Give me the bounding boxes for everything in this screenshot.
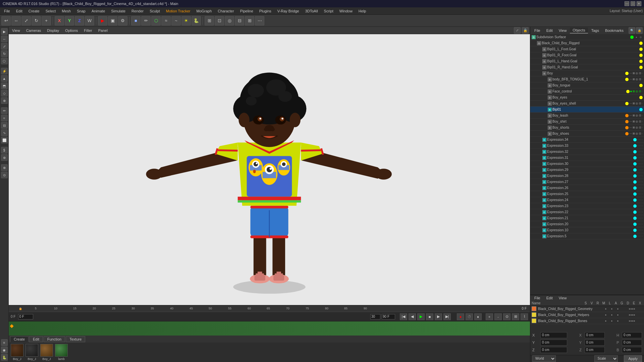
obj-boy-shorts[interactable]: B Boy_shorts ⋯ ⊞ ◎ ⊡ ·: [530, 125, 644, 131]
obj-expr28[interactable]: E Expression.28 · · · ·: [530, 173, 644, 179]
menu-sculpt[interactable]: Sculpt: [147, 8, 163, 14]
current-frame-input[interactable]: [18, 314, 33, 319]
obj-expr5[interactable]: E Expression.5 · · · ·: [530, 233, 644, 239]
record-btn[interactable]: ●: [457, 313, 464, 320]
mat-tab-texture[interactable]: Texture: [66, 336, 85, 342]
mat-tab-edit[interactable]: Edit: [29, 336, 43, 342]
menu-motion-tracker[interactable]: Motion Tracker: [163, 8, 193, 14]
obj-subdivision-surface[interactable]: S Subdivision Surface ● ◎: [530, 34, 644, 40]
menu-window[interactable]: Window: [337, 8, 355, 14]
weight-tool[interactable]: $: [1, 147, 8, 154]
next-frame-btn[interactable]: ▶: [435, 313, 442, 320]
key-mode-btn[interactable]: ⊞: [512, 313, 519, 320]
rot-z-val[interactable]: [585, 347, 605, 353]
menu-script[interactable]: Script: [321, 8, 336, 14]
obj-boy-leash[interactable]: B Boy_leash ⋯ ⊞ ◎ ⊡ ·: [530, 113, 644, 119]
move-tool-left[interactable]: ↔: [1, 36, 8, 42]
menu-animate[interactable]: Animate: [89, 8, 108, 14]
undo-btn[interactable]: ↩: [1, 16, 11, 25]
extrude-tool[interactable]: ▲: [1, 75, 8, 82]
material-boy3[interactable]: Boy_J: [40, 344, 53, 361]
obj-face-control[interactable]: B Face_control ■ ⊞ ◎ ⊡ ·: [530, 88, 644, 95]
props-obj-geometry[interactable]: Black_Child_Boy_Rigged_Geometry ● ● ● ●●…: [530, 306, 644, 312]
vp-filter[interactable]: Filter: [82, 28, 94, 33]
auto-key-btn[interactable]: ⏱: [466, 313, 473, 320]
z-axis[interactable]: Z: [75, 16, 84, 25]
menu-character[interactable]: Character: [215, 8, 236, 14]
render-preview[interactable]: ▶: [98, 16, 107, 25]
objects-edit-tab[interactable]: Edit: [544, 28, 555, 33]
props-obj-bones[interactable]: Black_Child_Boy_Rigged_Bones ● ● ● ●●●●: [530, 318, 644, 324]
scale-dropdown[interactable]: Scale: [594, 355, 618, 362]
magnet-tool[interactable]: ⊕: [1, 97, 8, 104]
size-p-val[interactable]: [622, 340, 642, 346]
grid-tool[interactable]: ⊞: [245, 16, 254, 25]
rotate-tool-left[interactable]: ↻: [1, 50, 8, 57]
python-left[interactable]: 🐍: [1, 354, 8, 361]
draw-tool[interactable]: ∿: [1, 129, 8, 136]
world-space[interactable]: W: [85, 16, 94, 25]
menu-create[interactable]: Create: [26, 8, 42, 14]
rivet-tool[interactable]: ⊛: [1, 154, 8, 161]
obj-expr34[interactable]: E Expression.34 · · · ·: [530, 137, 644, 143]
play-btn[interactable]: ▶: [417, 313, 425, 320]
material-boy1[interactable]: Boy_J: [11, 344, 23, 361]
obj-boy-shoes[interactable]: B Boy_shoes ⋯ ⊞ ◎ ⊡ ·: [530, 131, 644, 137]
material-lamb[interactable]: lamb: [55, 344, 68, 361]
coord-x-pos[interactable]: [540, 332, 567, 338]
maximize-btn[interactable]: □: [631, 1, 635, 6]
goto-end-btn[interactable]: ▶|: [443, 313, 451, 320]
viewport[interactable]: [9, 34, 530, 305]
objects-lock[interactable]: 🔒: [636, 27, 643, 34]
end-frame-input[interactable]: [382, 314, 395, 319]
spline-tool[interactable]: ≈: [161, 16, 171, 25]
coord-y-pos[interactable]: [540, 340, 567, 346]
obj-boy-shirt[interactable]: B Boy_shirt ⋯ ⊞ ◎ ⊡ ·: [530, 119, 644, 125]
render-settings[interactable]: ⚙: [118, 16, 127, 25]
vp-expand[interactable]: ⤢: [514, 27, 521, 34]
obj-boy-eyes[interactable]: B Boy_eyes: [530, 95, 644, 101]
menu-edit[interactable]: Edit: [13, 8, 25, 14]
rot-y-val[interactable]: [585, 340, 605, 346]
minimize-btn[interactable]: —: [625, 1, 629, 6]
mat-tab-create[interactable]: Create: [10, 336, 29, 342]
add-key-btn[interactable]: +: [486, 313, 493, 320]
move-tool[interactable]: ↔: [11, 16, 21, 25]
flatten-tool[interactable]: ⊟: [1, 122, 8, 129]
objects-objects-tab[interactable]: Objects: [570, 27, 588, 34]
knife-tool[interactable]: ⚡: [1, 68, 8, 74]
obj-boy-eyes-shell[interactable]: B Boy_eyes_shell ⋯ ⊞ ◎ ⊡ ·: [530, 101, 644, 107]
obj-bip01-rhand[interactable]: B Bip01_R_Hand.Goal: [530, 64, 644, 70]
obj-expr32[interactable]: E Expression.32 · · · ·: [530, 149, 644, 155]
obj-expr30[interactable]: E Expression.30 · · · ·: [530, 161, 644, 167]
deform-tool[interactable]: ~: [171, 16, 181, 25]
obj-expr22[interactable]: E Expression.22 · · · ·: [530, 209, 644, 215]
fps-input[interactable]: [370, 314, 380, 319]
size-b-val[interactable]: [622, 347, 642, 353]
obj-boy-tongue[interactable]: B Boy_tongue: [530, 82, 644, 88]
vp-lock[interactable]: 🔒: [522, 27, 529, 34]
obj-expr25[interactable]: E Expression.25 · · · ·: [530, 191, 644, 197]
stop-btn[interactable]: ■: [426, 313, 433, 320]
props-obj-helpers[interactable]: Black_Child_Boy_Rigged_Helpers ● ● ● ●●●…: [530, 312, 644, 318]
mat-tab-function[interactable]: Function: [44, 336, 65, 342]
x-axis[interactable]: X: [55, 16, 64, 25]
menu-3dtoall[interactable]: 3DToAll: [303, 8, 321, 14]
vp-view[interactable]: View: [10, 28, 22, 33]
obj-boy[interactable]: B Boy ⋯ ⊞ ◎ ⊡ ·: [530, 70, 644, 76]
obj-bip01-lfoot[interactable]: B Bip01_L_Foot.Goal: [530, 46, 644, 52]
vp-options[interactable]: Options: [63, 28, 80, 33]
texture-tool[interactable]: ⬡: [151, 16, 161, 25]
menu-simulate[interactable]: Simulate: [108, 8, 128, 14]
menu-pipeline[interactable]: Pipeline: [237, 8, 256, 14]
menu-render[interactable]: Render: [129, 8, 146, 14]
obj-expr33[interactable]: E Expression.33 · · · ·: [530, 143, 644, 149]
close-btn[interactable]: ✕: [637, 1, 641, 6]
scale-tool[interactable]: ⤢: [21, 16, 31, 25]
key-all-btn[interactable]: ♦: [474, 313, 482, 320]
obj-black-child[interactable]: G Black_Child_Boy_Rigged: [530, 40, 644, 46]
floor-tool[interactable]: ⊟: [235, 16, 244, 25]
obj-expr20[interactable]: E Expression.20 · · · ·: [530, 221, 644, 227]
obj-expr24[interactable]: E Expression.24 · · · ·: [530, 197, 644, 203]
menu-vray[interactable]: V-Ray Bridge: [275, 8, 302, 14]
